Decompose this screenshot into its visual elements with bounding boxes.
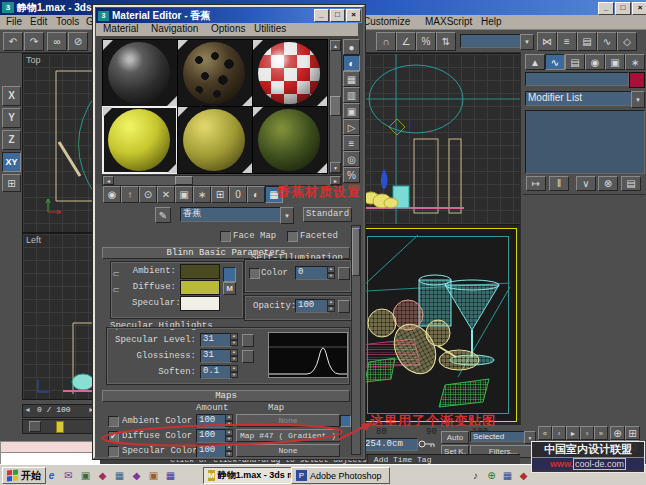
material-name-dropdown[interactable]: 香蕉 <box>180 207 284 222</box>
menu-file[interactable]: File <box>6 16 22 27</box>
show-end-result-toggle[interactable]: ◐ <box>247 186 265 203</box>
diffuse-map-slot-button[interactable]: Map #47 ( Gradient ) <box>236 429 340 442</box>
axis-y-button[interactable]: Y <box>2 108 21 128</box>
make-preview-button[interactable]: ▷ <box>343 119 360 135</box>
diffuse-amount-field[interactable]: 100 <box>196 429 228 443</box>
material-map-navigator-button[interactable]: % <box>343 167 360 183</box>
specular-level-field[interactable]: 31 <box>200 333 232 347</box>
material-editor-window[interactable]: 3 Material Editor - 香蕉 _ □ × Material Na… <box>93 5 365 459</box>
opacity-map-button[interactable] <box>338 300 350 313</box>
quicklaunch-app8-icon[interactable]: ▦ <box>163 468 178 483</box>
select-by-material-button[interactable]: ◎ <box>343 151 360 167</box>
diffuse-amount-spinner[interactable]: ▲▼ <box>225 429 233 442</box>
start-button[interactable]: 开始 <box>2 467 46 484</box>
get-material-button[interactable]: ◉ <box>103 186 121 203</box>
make-unique-button[interactable]: ∨ <box>576 176 596 191</box>
material-options-button[interactable]: ≡ <box>343 135 360 151</box>
quicklaunch-mail-icon[interactable]: ✉ <box>61 468 76 483</box>
viewport-top-left[interactable]: Top <box>22 53 97 233</box>
specular-amount-field[interactable]: 100 <box>196 444 228 458</box>
configure-modifier-sets-button[interactable]: ▤ <box>621 176 641 191</box>
axis-z-button[interactable]: Z <box>2 130 21 150</box>
named-selection-set-input[interactable] <box>460 34 524 48</box>
align-button[interactable]: ≡ <box>557 32 577 51</box>
specular-level-spinner[interactable]: ▲▼ <box>230 333 238 346</box>
menu-edit[interactable]: Edit <box>30 16 47 27</box>
glossiness-spinner[interactable]: ▲▼ <box>230 349 238 362</box>
select-and-link-button[interactable]: ∞ <box>47 32 67 51</box>
quicklaunch-app7-icon[interactable]: ▣ <box>146 468 161 483</box>
close-button[interactable]: × <box>632 2 646 15</box>
glossiness-field[interactable]: 31 <box>200 349 232 363</box>
material-name-arrow[interactable]: ▼ <box>280 207 294 224</box>
specular-color-swatch[interactable] <box>180 296 220 311</box>
me-menu-material[interactable]: Material <box>103 23 139 34</box>
previous-frame-button[interactable]: ‹ <box>552 426 566 440</box>
ambient-amount-spinner[interactable]: ▲▼ <box>225 414 233 427</box>
tab-hierarchy[interactable]: ▤ <box>565 54 585 70</box>
make-unique-material-button[interactable]: ∗ <box>193 186 211 203</box>
self-illum-color-checkbox[interactable] <box>249 268 260 279</box>
remove-modifier-button[interactable]: ⊗ <box>598 176 618 191</box>
sample-slot-3[interactable] <box>252 39 328 107</box>
tray-app2-icon[interactable]: ◆ <box>516 468 531 483</box>
faceted-checkbox[interactable] <box>287 231 298 242</box>
unlink-selection-button[interactable]: ⊘ <box>68 32 88 51</box>
coordinate-z-field[interactable]: 254.0cm <box>362 438 418 451</box>
zoom-all-button[interactable]: ⊞ <box>625 426 640 440</box>
snap-toggle-button[interactable]: ∩ <box>376 32 396 51</box>
self-illum-spinner[interactable]: ▲▼ <box>327 266 335 279</box>
sample-scroll-down[interactable]: ▼ <box>330 162 341 173</box>
modifier-list-arrow[interactable]: ▼ <box>631 91 645 108</box>
ambient-amount-field[interactable]: 100 <box>196 414 228 428</box>
background-button[interactable]: ▦ <box>343 71 360 87</box>
sample-slot-6[interactable] <box>252 106 328 174</box>
specular-level-map-button[interactable] <box>242 334 254 347</box>
key-filter-dropdown[interactable]: Selected <box>470 431 528 442</box>
self-illum-map-button[interactable] <box>338 267 350 280</box>
soften-spinner[interactable]: ▲▼ <box>230 365 238 378</box>
rollout-scrollbar-thumb[interactable] <box>352 228 360 276</box>
sample-hscroll-thumb[interactable] <box>175 176 193 185</box>
object-color-swatch[interactable] <box>629 72 645 88</box>
tray-network-icon[interactable]: ⊕ <box>484 468 499 483</box>
assign-material-button[interactable]: ⊙ <box>139 186 157 203</box>
track-bar-thumb[interactable] <box>56 421 64 433</box>
material-effects-channel-button[interactable]: 0 <box>229 186 247 203</box>
play-button[interactable]: ► <box>566 426 580 440</box>
axis-x-button[interactable]: X <box>2 86 21 106</box>
specular-map-checkbox[interactable] <box>108 446 119 457</box>
restore-button[interactable]: □ <box>615 2 631 15</box>
ambient-color-swatch[interactable] <box>180 264 220 279</box>
tray-volume-icon[interactable]: ♪ <box>468 468 483 483</box>
object-name-field[interactable] <box>525 72 629 86</box>
sample-scroll-left[interactable]: ◄ <box>103 176 114 185</box>
tab-utilities[interactable]: ∗ <box>625 54 645 70</box>
put-to-library-button[interactable]: ⊞ <box>211 186 229 203</box>
viewport-camera[interactable] <box>356 225 520 425</box>
axis-xy-button[interactable]: XY <box>2 152 21 172</box>
opacity-spinner[interactable]: ▲▼ <box>327 299 335 312</box>
sample-slot-1[interactable] <box>102 39 178 107</box>
diffuse-map-checkbox[interactable]: ✓ <box>108 431 119 442</box>
specular-amount-spinner[interactable]: ▲▼ <box>225 444 233 457</box>
me-maximize-button[interactable]: □ <box>330 9 345 22</box>
key-mode-icon[interactable] <box>418 439 436 449</box>
face-map-checkbox[interactable] <box>220 231 231 242</box>
track-bar-filter-button[interactable] <box>29 421 41 432</box>
taskbar-photoshop-button[interactable]: P Adobe Photoshop <box>291 467 390 484</box>
me-menu-options[interactable]: Options <box>211 23 245 34</box>
quicklaunch-app6-icon[interactable]: ◆ <box>129 468 144 483</box>
percent-snap-button[interactable]: % <box>416 32 436 51</box>
minimize-button[interactable]: _ <box>598 2 614 15</box>
zoom-viewport-button[interactable]: ⊕ <box>610 426 625 440</box>
pick-material-eyedropper[interactable]: ✎ <box>155 207 171 223</box>
sample-uv-tiling-button[interactable]: ▥ <box>343 87 360 103</box>
ambient-map-lock-button[interactable] <box>340 415 351 427</box>
material-editor-titlebar[interactable]: 3 Material Editor - 香蕉 _ □ × <box>96 8 362 23</box>
sample-type-button[interactable]: ● <box>343 39 360 55</box>
tab-create[interactable]: ▲ <box>525 54 545 70</box>
spinner-snap-button[interactable]: ⇅ <box>436 32 456 51</box>
rollout-scrollbar[interactable] <box>351 225 361 455</box>
material-type-button[interactable]: Standard <box>303 207 352 222</box>
